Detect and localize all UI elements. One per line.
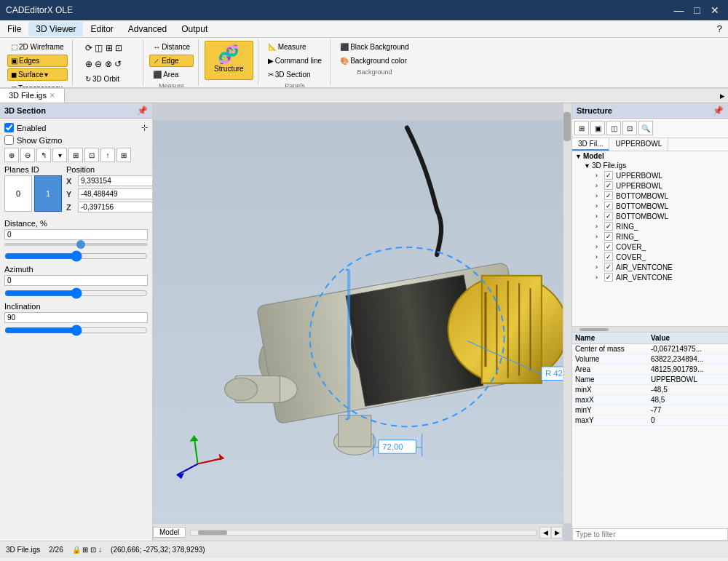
help-icon[interactable]: ?: [717, 23, 722, 34]
tree-item-7[interactable]: › ✓ COVER_: [572, 242, 728, 252]
item-checkbox[interactable]: ✓: [604, 202, 613, 210]
item-checkbox[interactable]: ✓: [604, 222, 613, 231]
btn-edges[interactable]: ▣ Edges: [7, 55, 68, 67]
plane-0-box[interactable]: 0: [4, 175, 32, 212]
tree-item-2[interactable]: › ✓ BOTTOMBOWL: [572, 191, 728, 201]
distance-input[interactable]: [4, 229, 148, 240]
tree-item-0[interactable]: › ✓ UPPERBOWL: [572, 170, 728, 180]
btn-3d-orbit[interactable]: ↻ 3D Orbit: [82, 73, 136, 85]
close-button[interactable]: ✕: [708, 4, 722, 16]
prop-name-0: Center of mass: [572, 344, 648, 354]
tree-scrollbar[interactable]: [572, 326, 728, 332]
enabled-label: Enabled: [17, 124, 46, 132]
tool-btn-3[interactable]: ↰: [36, 148, 51, 162]
titlebar-controls[interactable]: — □ ✕: [671, 4, 722, 16]
show-gizmo-checkbox[interactable]: [4, 135, 14, 145]
menu-output[interactable]: Output: [174, 22, 215, 36]
tree-item-model[interactable]: ▼ Model: [572, 151, 728, 161]
z-label: Z: [66, 203, 75, 212]
item-checkbox[interactable]: ✓: [604, 181, 613, 190]
tool-btn-4[interactable]: ⊞: [68, 148, 83, 162]
tool-btn-2[interactable]: ⊖: [20, 148, 35, 162]
hscroll-left[interactable]: ◀: [539, 527, 551, 538]
viewport[interactable]: R 42,08 72,00: [153, 103, 571, 541]
distance-slider-track: [4, 243, 148, 246]
right-panel-pin-icon[interactable]: 📌: [713, 106, 724, 116]
item-checkbox[interactable]: ✓: [604, 191, 613, 200]
tool-btn-6[interactable]: ↑: [100, 148, 115, 162]
viewport-tab-model[interactable]: Model: [153, 527, 186, 538]
inclination-slider[interactable]: [4, 325, 148, 336]
tree-tab-3dfile[interactable]: 3D Fil...: [572, 138, 609, 151]
btn-background-color[interactable]: 🎨 Background color: [336, 55, 413, 67]
item-checkbox[interactable]: ✓: [604, 263, 613, 271]
btn-edge-measure[interactable]: ⟋ Edge: [149, 55, 194, 67]
azimuth-input[interactable]: [4, 275, 148, 286]
menu-3dviewer[interactable]: 3D Viewer: [28, 22, 83, 36]
item-checkbox[interactable]: ✓: [604, 212, 613, 220]
right-tool-3[interactable]: ◫: [606, 121, 621, 135]
btn-3d-section[interactable]: ✂ 3D Section: [264, 68, 325, 81]
azimuth-slider[interactable]: [4, 287, 148, 299]
tab-close-icon[interactable]: ✕: [50, 92, 55, 99]
right-tool-2[interactable]: ▣: [590, 121, 605, 135]
item-checkbox[interactable]: ✓: [604, 273, 613, 282]
btn-nav-icons2[interactable]: ⊕ ⊖ ⊗ ↺: [82, 57, 125, 71]
measure-label: Measure: [159, 82, 184, 89]
btn-nav-icons1[interactable]: ⟳ ◫ ⊞ ⊡: [82, 41, 126, 55]
item-checkbox[interactable]: ✓: [604, 171, 613, 180]
right-tool-1[interactable]: ⊞: [574, 121, 589, 135]
tree-item-10[interactable]: › ✓ AIR_VENTCONE: [572, 272, 728, 282]
prop-value-2: 48125,901789...: [648, 365, 728, 375]
menu-file[interactable]: File: [0, 22, 28, 36]
btn-surface[interactable]: ◼ Surface ▾: [7, 68, 68, 81]
tool-btn-5[interactable]: ⊡: [84, 148, 99, 162]
tab-scroll-right[interactable]: ▸: [717, 89, 728, 103]
btn-measure-panel[interactable]: 📐 Measure: [264, 41, 325, 53]
minimize-button[interactable]: —: [671, 4, 687, 16]
right-tool-4[interactable]: ⊡: [622, 121, 637, 135]
filter-input[interactable]: [572, 528, 728, 541]
tree-item-3dfile[interactable]: ▼ 3D File.igs: [572, 161, 728, 170]
viewport-vscroll-thumb[interactable]: [563, 112, 571, 141]
btn-2d-wireframe[interactable]: ⬚ 2D Wireframe: [7, 41, 68, 53]
tab-3dfile[interactable]: 3D File.igs ✕: [0, 89, 65, 103]
enabled-checkbox[interactable]: [4, 123, 14, 132]
btn-area[interactable]: ⬛ Area: [149, 68, 194, 81]
tree-item-6[interactable]: › ✓ RING_: [572, 231, 728, 242]
btn-structure[interactable]: 🧬 Structure: [205, 41, 253, 80]
tool-btn-1[interactable]: ⊕: [4, 148, 19, 162]
tree-item-4[interactable]: › ✓ BOTTOMBOWL: [572, 211, 728, 221]
maximize-button[interactable]: □: [692, 4, 703, 16]
tool-btn-7[interactable]: ⊞: [116, 148, 131, 162]
y-input[interactable]: [78, 188, 153, 199]
section-cursor-icon[interactable]: ⊹: [141, 123, 148, 132]
item-checkbox[interactable]: ✓: [604, 242, 613, 251]
tree-item-8[interactable]: › ✓ COVER_: [572, 252, 728, 262]
plane-1-box[interactable]: 1: [34, 175, 62, 212]
menu-editor[interactable]: Editor: [83, 22, 120, 36]
z-input[interactable]: [78, 202, 153, 212]
tree-item-1[interactable]: › ✓ UPPERBOWL: [572, 180, 728, 191]
item-checkbox[interactable]: ✓: [604, 252, 613, 261]
tree-item-3[interactable]: › ✓ BOTTOMBOWL: [572, 201, 728, 211]
hscroll-thumb[interactable]: [198, 530, 227, 535]
item-checkbox[interactable]: ✓: [604, 232, 613, 241]
tree-item-9[interactable]: › ✓ AIR_VENTCONE: [572, 262, 728, 272]
btn-transparency[interactable]: ◻ Transparency: [7, 82, 68, 89]
viewport-vscrollbar[interactable]: [563, 103, 571, 523]
btn-black-background[interactable]: ⬛ Black Background: [336, 41, 413, 53]
btn-command-line[interactable]: ▶ Command line: [264, 55, 325, 67]
hscroll-right[interactable]: ▶: [551, 527, 563, 538]
distance-slider-thumb[interactable]: [76, 240, 85, 249]
menu-advanced[interactable]: Advanced: [121, 22, 174, 36]
inclination-input[interactable]: [4, 312, 148, 323]
pin-icon[interactable]: 📌: [137, 106, 148, 116]
tool-btn-dropdown[interactable]: ▾: [52, 148, 67, 162]
x-input[interactable]: [78, 175, 153, 186]
tree-tab-upperbowl[interactable]: UPPERBOWL: [609, 138, 668, 151]
right-tool-5[interactable]: 🔍: [638, 121, 653, 135]
distance-slider[interactable]: [4, 250, 148, 262]
btn-distance[interactable]: ↔ Distance: [149, 41, 194, 53]
tree-item-5[interactable]: › ✓ RING_: [572, 221, 728, 231]
